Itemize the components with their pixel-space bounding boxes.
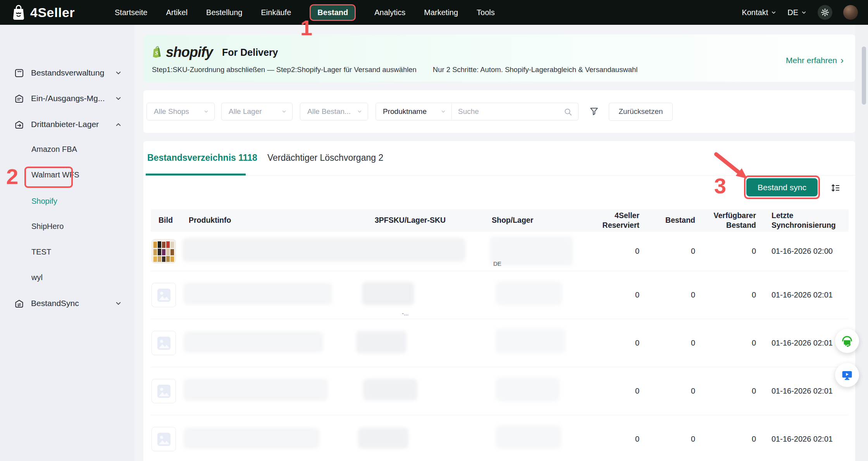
- headset-chat-icon: [840, 334, 854, 348]
- navbar-right: Kontakt DE: [742, 0, 858, 25]
- chevron-down-icon: [771, 10, 777, 15]
- nav-bestellung[interactable]: Bestellung: [206, 8, 242, 17]
- image-placeholder-icon: [152, 331, 176, 355]
- nav-bestand-active[interactable]: Bestand: [310, 4, 356, 21]
- sidebar-item-shopify[interactable]: Shopify: [31, 195, 57, 207]
- reset-button[interactable]: Zurücksetzen: [609, 103, 673, 121]
- annotation-step-3: 3: [714, 175, 726, 197]
- col-reserviert: 4Seller Reserviert: [593, 209, 639, 232]
- blurred-text-fragment: -...: [402, 310, 409, 317]
- annotation-step-1: 1: [300, 17, 312, 39]
- filter-row: Alle Shops Alle Lager Alle Bestan... Pro…: [146, 90, 673, 133]
- shopify-bag-icon: S: [151, 46, 163, 59]
- table-row: 0 0 0 01-16-2026 02:01 -...: [151, 271, 849, 319]
- active-tab-underline: [146, 174, 246, 175]
- letzte-sync-value: 01-16-2026 02:00: [756, 232, 849, 271]
- letzte-sync-value: 01-16-2026 02:01: [756, 415, 849, 461]
- col-letzte-sync: Letzte Synchronisierung: [756, 209, 849, 232]
- house-sync-icon: [14, 298, 24, 309]
- lager-filter-select[interactable]: Alle Lager: [221, 103, 293, 120]
- tutorial-video-button[interactable]: [835, 363, 859, 387]
- sidebar-item-bestandsverwaltung[interactable]: Bestandsverwaltung: [14, 67, 122, 79]
- nav-startseite[interactable]: Startseite: [115, 8, 147, 17]
- shopify-wordmark: shopify: [166, 44, 213, 60]
- tab-verdaechtiger-loeschvorgang[interactable]: Verdächtiger Löschvorgang 2: [267, 153, 383, 163]
- chevron-down-icon: [115, 300, 122, 307]
- support-chat-button[interactable]: [835, 329, 859, 353]
- table-row: 0 0 0 01-16-2026 02:01: [151, 415, 849, 461]
- verfuegbar-value: 0: [695, 319, 756, 367]
- search-icon[interactable]: [563, 107, 573, 118]
- product-photo: [152, 239, 176, 263]
- 4seller-bag-icon: [12, 5, 26, 20]
- reserviert-value: 0: [593, 232, 639, 271]
- chevron-down-icon: [115, 70, 122, 76]
- sidebar-label: BestandSync: [31, 299, 115, 308]
- page: 4Seller Startseite Artikel Bestellung Ei…: [0, 0, 868, 461]
- reserviert-value: 0: [593, 415, 639, 461]
- sidebar-item-shiphero[interactable]: ShipHero: [31, 220, 64, 232]
- mehr-erfahren-link[interactable]: Mehr erfahren ›: [786, 56, 844, 65]
- chevron-down-icon: [441, 109, 446, 114]
- col-shop-lager: Shop/Lager: [480, 209, 593, 232]
- sidebar-item-amazon-fba[interactable]: Amazon FBA: [31, 143, 77, 155]
- sidebar-item-ein-ausgangs[interactable]: Ein-/Ausgangs-Mg...: [14, 92, 122, 105]
- banner-note: Nur 2 Schritte: Autom. Shopify-Lagerabgl…: [433, 65, 638, 74]
- scrollbar-thumb[interactable]: [862, 46, 866, 105]
- search-input[interactable]: [458, 107, 560, 116]
- product-image-cell: [151, 415, 184, 461]
- tab-bestandsverzeichnis[interactable]: Bestandsverzeichnis 1118: [147, 153, 257, 163]
- column-settings-icon: [830, 183, 840, 193]
- in-out-doc-icon: [14, 93, 24, 104]
- search-field-wrap: [452, 103, 578, 120]
- brand-logo[interactable]: 4Seller: [12, 0, 75, 25]
- image-placeholder-icon: [152, 379, 176, 403]
- reserviert-value: 0: [593, 271, 639, 319]
- sidebar: Bestandsverwaltung Ein-/Ausgangs-Mg... D…: [0, 25, 134, 461]
- lager-filter-value: Alle Lager: [229, 107, 262, 116]
- nav-einkaeufe[interactable]: Einkäufe: [261, 8, 291, 17]
- verfuegbar-value: 0: [695, 232, 756, 271]
- banner-steps: Step1:SKU-Zuordnung abschließen — Step2:…: [152, 65, 637, 74]
- sidebar-item-drittanbieter-lager[interactable]: Drittanbieter-Lager: [14, 118, 122, 131]
- column-settings-button[interactable]: [830, 183, 840, 194]
- inventory-box-icon: [14, 68, 24, 78]
- banner-logo-row: S shopify For Delivery: [151, 44, 278, 61]
- search-category-select[interactable]: Produktname: [376, 103, 452, 120]
- chevron-down-icon: [281, 109, 287, 114]
- reserviert-value: 0: [593, 319, 639, 367]
- sidebar-item-test[interactable]: TEST: [31, 246, 51, 258]
- product-image-cell: [151, 271, 184, 319]
- bestand-sync-button[interactable]: Bestand sync: [746, 178, 818, 196]
- bestand-filter-select[interactable]: Alle Bestan...: [300, 103, 368, 120]
- language-dropdown[interactable]: DE: [787, 8, 807, 17]
- sidebar-item-bestandsync[interactable]: BestandSync: [14, 297, 122, 310]
- filter-card: Alle Shops Alle Lager Alle Bestan... Pro…: [143, 90, 855, 133]
- col-verfuegbar: Verfügbarer Bestand: [695, 209, 756, 232]
- col-bild: Bild: [151, 209, 184, 232]
- nav-tools[interactable]: Tools: [477, 8, 495, 17]
- col-bestand: Bestand: [639, 209, 695, 232]
- col-sku: 3PFSKU/Lager-SKU: [368, 209, 480, 232]
- annotation-step-2: 2: [6, 166, 18, 187]
- bestand-value: 0: [639, 367, 695, 415]
- sidebar-item-wyl[interactable]: wyl: [31, 272, 43, 283]
- verfuegbar-value: 0: [695, 367, 756, 415]
- shops-filter-select[interactable]: Alle Shops: [146, 103, 215, 120]
- nav-marketing[interactable]: Marketing: [424, 8, 458, 17]
- settings-button[interactable]: [818, 5, 832, 20]
- bestand-value: 0: [639, 319, 695, 367]
- inventory-table-card: Bestandsverzeichnis 1118 Verdächtiger Lö…: [143, 141, 855, 461]
- nav-analytics[interactable]: Analytics: [374, 8, 405, 17]
- blurred-text-fragment: DE: [493, 260, 501, 267]
- advanced-filter-button[interactable]: [589, 107, 599, 117]
- bestand-value: 0: [639, 232, 695, 271]
- image-placeholder-icon: [152, 283, 176, 307]
- user-avatar[interactable]: [843, 5, 858, 20]
- sidebar-item-walmart-wfs[interactable]: Walmart WFS: [31, 169, 79, 181]
- chevron-right-icon: ›: [840, 57, 844, 64]
- shops-filter-value: Alle Shops: [154, 107, 189, 116]
- kontakt-dropdown[interactable]: Kontakt: [742, 8, 777, 17]
- nav-artikel[interactable]: Artikel: [166, 8, 188, 17]
- reserviert-value: 0: [593, 367, 639, 415]
